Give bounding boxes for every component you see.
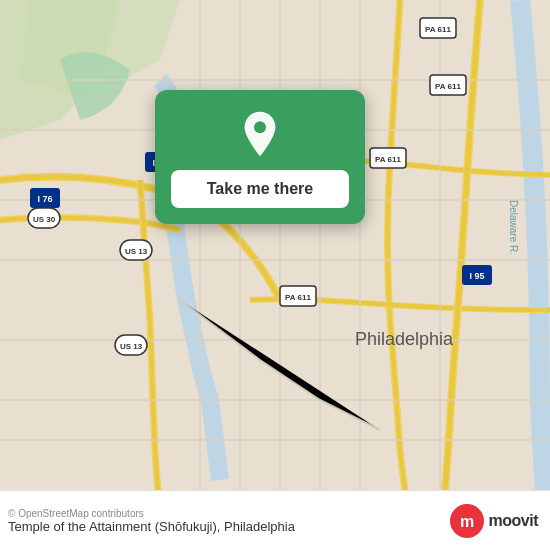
svg-text:PA 611: PA 611	[285, 293, 311, 302]
svg-text:PA 611: PA 611	[425, 25, 451, 34]
svg-text:US 30: US 30	[33, 215, 56, 224]
map-background: I 76 I 76 US 30 US 13 US 13 PA 611 PA 61…	[0, 0, 550, 490]
navigation-card: Take me there	[155, 90, 365, 224]
footer-bar: © OpenStreetMap contributors Temple of t…	[0, 490, 550, 550]
svg-text:I 95: I 95	[469, 271, 484, 281]
moovit-label: moovit	[489, 512, 538, 530]
svg-text:US 13: US 13	[120, 342, 143, 351]
svg-text:PA 611: PA 611	[375, 155, 401, 164]
svg-text:I 76: I 76	[37, 194, 52, 204]
copyright-text: © OpenStreetMap contributors	[8, 508, 450, 519]
svg-text:Delaware R.: Delaware R.	[508, 200, 519, 255]
moovit-logo: m moovit	[450, 504, 538, 538]
moovit-icon: m	[450, 504, 484, 538]
place-name: Temple of the Attainment (Shōfukuji), Ph…	[8, 519, 295, 534]
svg-text:m: m	[459, 513, 473, 530]
svg-text:PA 611: PA 611	[435, 82, 461, 91]
svg-text:US 13: US 13	[125, 247, 148, 256]
location-pin-icon	[236, 110, 284, 158]
map-container: I 76 I 76 US 30 US 13 US 13 PA 611 PA 61…	[0, 0, 550, 490]
svg-point-38	[254, 121, 266, 133]
svg-text:Philadelphia: Philadelphia	[355, 329, 454, 349]
footer-text: © OpenStreetMap contributors Temple of t…	[8, 508, 450, 534]
take-me-there-button[interactable]: Take me there	[171, 170, 349, 208]
